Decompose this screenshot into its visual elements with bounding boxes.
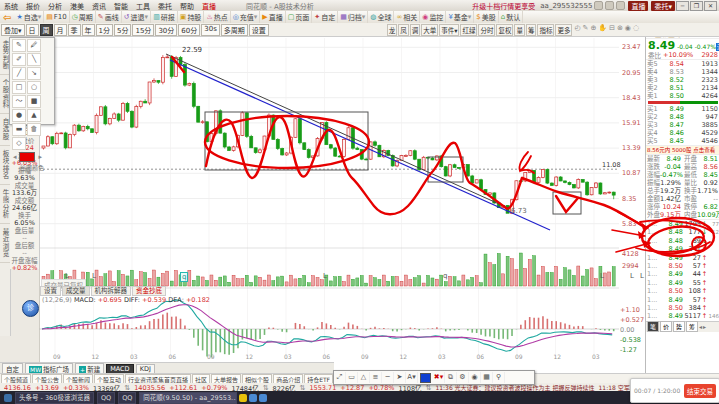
chart-mini-icon-2[interactable]: ⊕ bbox=[590, 24, 596, 36]
menu-智能[interactable]: 智能 bbox=[110, 1, 132, 11]
chart-mini-icon-4[interactable]: ⊟ bbox=[609, 24, 615, 36]
start-icon[interactable] bbox=[4, 394, 12, 402]
period-30s[interactable]: 30s bbox=[201, 24, 220, 36]
period-周[interactable]: 周 bbox=[40, 24, 53, 36]
quote-tab-arrow[interactable]: ◂ bbox=[699, 323, 702, 330]
drawbar-icon-5[interactable]: ➤ bbox=[394, 372, 406, 383]
chart-mini-icon-0[interactable]: ◴ bbox=[574, 24, 580, 36]
event-marker-q[interactable]: q bbox=[180, 272, 188, 282]
delete-icon[interactable]: ✖▾ bbox=[433, 372, 445, 383]
ask-row[interactable]: 卖58.541913 bbox=[646, 60, 719, 68]
chart-tool-筹[interactable]: 筹 bbox=[526, 24, 537, 36]
toolbar-button-基金[interactable]: ¥基金▾ bbox=[446, 11, 474, 23]
period-settings-button[interactable]: 设置 bbox=[249, 24, 269, 36]
toolbar-button-自选[interactable]: ★自选▾ bbox=[14, 11, 44, 23]
taskbar-item-3[interactable]: 同花顺(9.50.50) - aa_29553... bbox=[139, 392, 237, 404]
event-marker-q[interactable]: q bbox=[443, 272, 447, 280]
chart-mini-icon-7[interactable]: ◌ bbox=[633, 24, 639, 36]
draw-tool-icon-9[interactable]: ■ bbox=[27, 95, 41, 108]
tick-list[interactable]: 1...8.491795↓771...8.48177↓121...8.4889↓… bbox=[646, 219, 719, 321]
indicator-tab-MACD[interactable]: MACD bbox=[106, 364, 133, 374]
period-日[interactable]: 日 bbox=[26, 24, 39, 36]
drawbar-icon-8[interactable]: ⧉ bbox=[445, 372, 457, 383]
toolbar-button-周期[interactable]: ◷周期 bbox=[70, 11, 96, 23]
toolbar-button-研报[interactable]: ▥研报 bbox=[151, 11, 178, 23]
draw-tool-icon-1[interactable]: 🖉 bbox=[27, 39, 41, 52]
palette-next-icon[interactable]: ▸ bbox=[39, 153, 43, 161]
draw-tool-icon-0[interactable]: ✎ bbox=[12, 39, 26, 52]
chart-tool-大单[interactable]: 大单 bbox=[421, 24, 438, 36]
chart-tool-龙[interactable]: 龙 bbox=[387, 24, 398, 36]
toolbar-button-默认[interactable]: ⌂默认 bbox=[499, 11, 523, 23]
drawbar-icon-9[interactable]: ⚙ bbox=[457, 372, 469, 383]
chart-tool-分时[interactable]: 分时 bbox=[478, 24, 495, 36]
draw-tool-icon-8[interactable]: 〜 bbox=[12, 95, 26, 108]
drawbar-icon-4[interactable]: ─ bbox=[382, 372, 394, 383]
event-marker-L[interactable]: L bbox=[92, 272, 96, 280]
chart-mini-icon-6[interactable]: ◉ bbox=[625, 24, 631, 36]
toolbar-button-热点[interactable]: ♨热点 bbox=[204, 11, 230, 23]
toolbar-button-直播[interactable]: ▶直播 bbox=[260, 11, 285, 23]
toolbar-button-美股[interactable]: $美股 bbox=[474, 11, 498, 23]
period-5分[interactable]: 5分 bbox=[114, 24, 131, 36]
menu-资讯[interactable]: 资讯 bbox=[88, 1, 110, 11]
drawbar-icon-11[interactable]: ▦ bbox=[481, 372, 493, 383]
volume-tab-机构拆解器[interactable]: 机构拆解器 bbox=[91, 286, 132, 296]
close-button[interactable]: ✕ bbox=[704, 1, 717, 11]
chat-icon[interactable] bbox=[259, 394, 267, 402]
drawbar-icon-12[interactable]: ⚲ bbox=[493, 372, 505, 383]
trade-button[interactable]: 委托▾ bbox=[651, 1, 675, 11]
chart-tool-复权[interactable]: 复权 bbox=[496, 24, 513, 36]
chart-tool-事件▾[interactable]: 事件▾ bbox=[439, 24, 459, 36]
chart-mini-icon-3[interactable]: ✋ bbox=[598, 24, 607, 36]
mic-icon[interactable] bbox=[249, 394, 257, 402]
period-月[interactable]: 月 bbox=[54, 24, 67, 36]
draw-tool-icon-3[interactable]: ╲ bbox=[27, 53, 41, 66]
chart-tool-凤[interactable]: 凤 bbox=[398, 24, 409, 36]
draw-tool-icon-7[interactable]: ○ bbox=[27, 81, 41, 94]
indicator-tab-KDJ[interactable]: KDJ bbox=[136, 364, 155, 374]
chart-mini-icon-5[interactable]: ⊗ bbox=[617, 24, 623, 36]
draw-tool-icon-14[interactable]: ◇ bbox=[12, 137, 26, 150]
palette-prev-icon[interactable]: ◂ bbox=[13, 153, 17, 161]
promo-strip[interactable]: 8.56元内 5000股 点击查看 bbox=[646, 145, 719, 155]
color-swatch-blue[interactable] bbox=[420, 373, 431, 383]
quote-tab-势[interactable]: 势 bbox=[673, 321, 685, 332]
candlestick-chart[interactable] bbox=[39, 36, 645, 388]
bid-row[interactable]: 买58.454546 bbox=[646, 137, 719, 145]
volume-tab-设置[interactable]: 设置 bbox=[40, 286, 61, 296]
menu-报价[interactable]: 报价 bbox=[22, 1, 44, 11]
taskbar-item-1[interactable]: QQ bbox=[97, 392, 115, 404]
menu-分析[interactable]: 分析 bbox=[44, 1, 66, 11]
drawbar-icon-0[interactable]: ⤢ bbox=[334, 372, 346, 383]
minimize-button[interactable]: ─ bbox=[676, 1, 689, 11]
quote-tab-价[interactable]: 价 bbox=[660, 321, 672, 332]
draw-tool-icon-12[interactable]: ▬ bbox=[12, 123, 26, 136]
event-marker-L[interactable]: L bbox=[600, 272, 604, 280]
chart-tool-调[interactable]: 调 bbox=[410, 24, 421, 36]
toolbar-button-页面[interactable]: ▢页面 bbox=[286, 11, 313, 23]
chart-tool-红绿[interactable]: 红绿 bbox=[460, 24, 477, 36]
menu-系统[interactable]: 系统 bbox=[0, 1, 22, 11]
chart-mini-icon-1[interactable]: ✎ bbox=[583, 24, 589, 36]
ask-row[interactable]: 卖38.522323 bbox=[646, 76, 719, 84]
period-60分[interactable]: 60分 bbox=[178, 24, 200, 36]
menu-工具[interactable]: 工具 bbox=[132, 1, 154, 11]
assistant-icon[interactable]: 诊 bbox=[22, 300, 39, 317]
toolbar-button-自定[interactable]: ✦自定 bbox=[312, 11, 338, 23]
toolbar-button-归档[interactable]: ▦归档▾ bbox=[338, 11, 368, 23]
back-icon[interactable]: ⇦ bbox=[3, 12, 11, 23]
draw-tool-icon-4[interactable]: ╱ bbox=[12, 67, 26, 80]
toolbar-button-持股[interactable]: ▣持股 bbox=[178, 11, 205, 23]
draw-tool-icon-5[interactable]: ↘ bbox=[27, 67, 41, 80]
toolbar-button-相关[interactable]: ∞相关 bbox=[394, 11, 420, 23]
gift-icon[interactable] bbox=[616, 1, 625, 10]
draw-tool-icon-2[interactable]: ✐ bbox=[12, 53, 26, 66]
bid-row[interactable]: 买18.491150 bbox=[646, 105, 719, 113]
menu-帮助[interactable]: 帮助 bbox=[176, 1, 198, 11]
promo-text[interactable]: 升级十档行情更享受 bbox=[472, 1, 535, 11]
multi-period-button[interactable]: 多周期 bbox=[221, 24, 248, 36]
draw-tool-icon-11[interactable]: ▲ bbox=[27, 109, 41, 122]
volume-tab-资金抄底[interactable]: 资金抄底 bbox=[132, 286, 166, 296]
user-icon[interactable] bbox=[605, 1, 614, 10]
